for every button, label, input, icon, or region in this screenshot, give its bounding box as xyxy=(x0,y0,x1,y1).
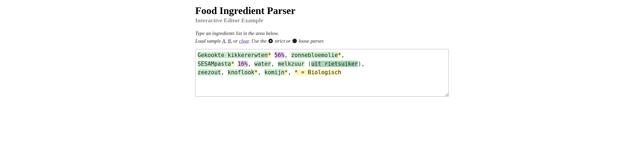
instructions: Type an ingredients list in the area bel… xyxy=(195,30,449,45)
token-star: * xyxy=(338,52,341,58)
token-plain xyxy=(271,52,274,58)
token-plain: , xyxy=(341,52,348,58)
token-src: uit rietsuiker xyxy=(311,61,358,67)
token-plain: , xyxy=(284,52,291,58)
sample-a-link[interactable]: A xyxy=(222,38,225,44)
load-sample-prefix: Load sample xyxy=(195,38,222,44)
sample-b-link[interactable]: B xyxy=(228,38,231,44)
token-plain: ( xyxy=(305,61,311,67)
token-plain: , xyxy=(248,61,254,67)
token-star: * xyxy=(254,69,258,76)
token-ing: knoflook xyxy=(228,69,254,76)
token-ing: Gekookte kikkererwten xyxy=(198,52,268,58)
token-ing: water xyxy=(254,61,271,67)
token-plain xyxy=(234,61,238,67)
resize-handle[interactable] xyxy=(445,93,448,96)
token-note: * = Biologisch xyxy=(295,69,341,76)
token-plain: ), xyxy=(358,61,368,67)
instructions-line1: Type an ingredients list in the area bel… xyxy=(195,30,279,36)
token-plain: , xyxy=(258,69,264,76)
token-ing: komijn xyxy=(264,69,284,76)
page-subtitle: Interactive Editor Example xyxy=(195,17,449,24)
loose-label: loose parser. xyxy=(297,38,324,44)
token-ing: zonnebloemolie xyxy=(291,52,338,58)
loose-radio[interactable] xyxy=(292,39,297,43)
token-star: * xyxy=(231,61,234,67)
token-plain: , xyxy=(221,69,228,76)
ingredients-editor[interactable]: Gekookte kikkererwten* 56%, zonnebloemol… xyxy=(195,49,449,97)
strict-radio[interactable] xyxy=(268,39,273,43)
token-plain: , xyxy=(288,69,294,76)
token-star: * xyxy=(284,69,288,76)
token-ing: melkzuur xyxy=(278,61,305,67)
strict-label: strict or xyxy=(273,38,292,44)
token-ing: SESAMpasta xyxy=(198,61,231,67)
clear-link[interactable]: clear xyxy=(239,38,249,44)
page-title: Food Ingredient Parser xyxy=(195,5,449,16)
token-pct: 56% xyxy=(274,52,284,58)
token-ing: zeezout xyxy=(198,69,221,76)
token-plain: , xyxy=(271,61,278,67)
token-pct: 16% xyxy=(238,61,248,67)
token-star: * xyxy=(268,52,271,58)
